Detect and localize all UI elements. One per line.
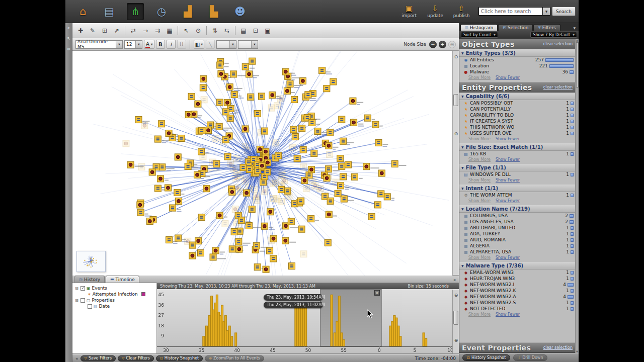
tree-row[interactable]: ✶Attempted Infection bbox=[72, 291, 156, 297]
tree-checkbox[interactable]: ✓ bbox=[80, 286, 85, 291]
show-more-link[interactable]: Show More bbox=[468, 199, 491, 203]
show-more-link[interactable]: Show More bbox=[468, 157, 491, 162]
collapse-triangle-icon[interactable]: ▼ bbox=[461, 264, 464, 267]
swap-vertical-icon[interactable]: ⇅ bbox=[209, 25, 220, 36]
histogram-item[interactable]: ◆NET-WORM.WIN32.S1 bbox=[459, 300, 575, 306]
show-fewer-link[interactable]: Show Fewer bbox=[496, 157, 520, 162]
add-label-icon[interactable]: ✎ bbox=[87, 25, 98, 36]
section-malware-type-7-36[interactable]: ▼Malware Type (7/36) bbox=[459, 262, 575, 269]
histogram-item[interactable]: ⚙THE WORM ATTEM1 bbox=[459, 192, 575, 198]
show-fewer-link[interactable]: Show Fewer bbox=[496, 255, 520, 260]
histogram-item[interactable]: ★CAPABILITY TO BLO1 bbox=[459, 112, 575, 118]
scroll-down-icon[interactable]: ▼ bbox=[576, 350, 578, 353]
export-image-icon[interactable]: ▣ bbox=[262, 25, 273, 36]
overview-minimap[interactable] bbox=[76, 251, 106, 272]
font-color-button[interactable]: A▼ bbox=[144, 40, 154, 49]
clear-selection-link[interactable]: clear selection bbox=[543, 42, 573, 46]
update-button[interactable]: ⇩update bbox=[424, 5, 446, 18]
tree-row[interactable]: ⊟▢Properties bbox=[72, 297, 156, 303]
section-file-size-exact-match-1-1[interactable]: ▼File Size: Exact Match (1/1) bbox=[459, 143, 575, 151]
save-filters-button[interactable]: ▽Save Filters bbox=[80, 355, 116, 361]
histogram-item[interactable]: ▤WINDOWS PE DLL1 bbox=[459, 171, 575, 177]
pin-node-icon[interactable]: ⊙ bbox=[193, 25, 204, 36]
fill-color-button[interactable]: ◧▼ bbox=[194, 40, 204, 49]
histogram-item[interactable]: ★CAN POSSIBLY OBT1 bbox=[459, 100, 575, 106]
canvas-zoom-scrollbar[interactable]: ⊖ ⊕ bbox=[452, 51, 459, 275]
section-capability-6-6[interactable]: ▼Capability (6/6) bbox=[459, 93, 575, 100]
tree-expander-icon[interactable]: ⊟ bbox=[74, 298, 79, 303]
collapse-triangle-icon[interactable]: ▼ bbox=[461, 166, 464, 169]
section-entity-types-3-3[interactable]: ▼Entity Types (3/3) bbox=[459, 49, 575, 57]
collapse-triangle-icon[interactable]: ▼ bbox=[461, 51, 464, 55]
collapse-triangle-icon[interactable]: ▼ bbox=[461, 207, 464, 211]
snapshot-camera-icon[interactable]: ⊡ bbox=[250, 25, 261, 36]
histogram-item[interactable]: ▦AIUD, ROMANIA1 bbox=[459, 237, 575, 243]
clear-filters-button[interactable]: ▽Clear Filters bbox=[118, 355, 154, 361]
show-fewer-link[interactable]: Show Fewer bbox=[496, 178, 520, 183]
clear-selection-link[interactable]: clear selection bbox=[543, 345, 573, 350]
graph-icon[interactable]: ⋔ bbox=[127, 3, 144, 20]
tab-histogram[interactable]: ▥Histogram bbox=[460, 24, 498, 31]
show-more-link[interactable]: Show More bbox=[468, 312, 491, 317]
clear-selection-link[interactable]: clear selection bbox=[543, 85, 573, 89]
history-snapshot-button[interactable]: ⊡History Snapshot bbox=[462, 354, 510, 361]
histogram-item[interactable]: ▦COLUMBUS, USA2 bbox=[459, 213, 575, 219]
section-intent-1-1[interactable]: ▼Intent (1/1) bbox=[459, 185, 575, 192]
histogram-item[interactable]: ★IT CREATES A SYST1 bbox=[459, 118, 575, 124]
histogram-item[interactable]: ▦ALPHARETTA, USA1 bbox=[459, 249, 575, 255]
underline-button[interactable]: U bbox=[177, 40, 186, 49]
clear-time-selection-button[interactable]: ✕ bbox=[374, 290, 380, 296]
collapse-triangle-icon[interactable]: ▼ bbox=[461, 95, 464, 98]
swap-horizontal-icon[interactable]: ⇆ bbox=[221, 25, 232, 36]
tree-row[interactable]: ⊟✓▣Events bbox=[72, 285, 156, 291]
histogram-item[interactable]: ◆HEUR:TROJAN.WIN31 bbox=[459, 276, 575, 282]
tree-checkbox[interactable] bbox=[88, 304, 92, 309]
browser-chart-icon[interactable]: ▙ bbox=[205, 3, 222, 20]
sort-by-select[interactable]: Sort by Count▼ bbox=[461, 32, 498, 38]
bold-button[interactable]: B bbox=[156, 40, 165, 49]
collapse-bottom-panel-icon[interactable]: » bbox=[452, 279, 457, 282]
histogram-item[interactable]: ◆NET-WORM.WIN32.I4 bbox=[459, 282, 575, 288]
panel-menu-button[interactable]: ▼ bbox=[571, 26, 578, 31]
add-entity-from-template-icon[interactable]: ⊞ bbox=[99, 25, 110, 36]
tab-history[interactable]: ◷History bbox=[74, 276, 105, 283]
collapse-statusbar-icon[interactable]: « bbox=[75, 356, 78, 361]
panel-scrollbar-handle[interactable] bbox=[576, 42, 579, 87]
section-file-type-1-1[interactable]: ▼File Type (1/1) bbox=[459, 164, 575, 171]
show-more-link[interactable]: Show More bbox=[468, 255, 491, 260]
node-size-decrease-button[interactable]: − bbox=[429, 41, 437, 48]
histogram-item[interactable]: ◉All Entities257 bbox=[459, 57, 575, 63]
panel-scrollbar[interactable]: ▲ ▼ bbox=[575, 39, 579, 353]
import-button[interactable]: ▣import bbox=[398, 5, 420, 18]
histogram-item[interactable]: ▦ABU DHABI, UNITED1 bbox=[459, 225, 575, 231]
report-view-icon[interactable]: ▤ bbox=[238, 25, 249, 36]
select-tool-icon[interactable]: ↖ bbox=[181, 25, 192, 36]
add-entity-icon[interactable]: ✚ bbox=[75, 25, 86, 36]
tab-timeline[interactable]: ▬Timeline bbox=[106, 276, 139, 283]
node-size-increase-button[interactable]: + bbox=[439, 41, 446, 48]
italic-button[interactable]: I bbox=[167, 40, 176, 49]
show-more-link[interactable]: Show More bbox=[468, 137, 491, 141]
clock-map-icon[interactable]: ◷ bbox=[153, 3, 170, 20]
zoom-tool-icon[interactable]: ⊕ bbox=[67, 47, 70, 51]
collapse-triangle-icon[interactable]: ▼ bbox=[461, 187, 464, 190]
tree-checkbox[interactable] bbox=[80, 298, 85, 303]
tab-filters[interactable]: ▼Filters bbox=[533, 24, 560, 31]
timeline-zoom-scrollbar[interactable]: ⊖ ⊕ bbox=[452, 290, 459, 353]
show-more-link[interactable]: Show More bbox=[468, 178, 491, 183]
histogram-item[interactable]: ▦Location221 bbox=[459, 63, 575, 69]
histogram-item[interactable]: ★USES SUFFER OVE1 bbox=[459, 130, 575, 136]
history-snapshot-button[interactable]: ⊡History Snapshot bbox=[156, 355, 203, 361]
add-link-icon[interactable]: ⇄ bbox=[128, 25, 139, 36]
font-family-select[interactable]: Arial Unicode MS▼ bbox=[75, 40, 123, 49]
search-input[interactable] bbox=[478, 7, 543, 16]
search-dropdown-button[interactable]: ▼ bbox=[543, 7, 550, 16]
tab-selection[interactable]: ◩Selection bbox=[498, 24, 533, 31]
histogram-item[interactable]: ▦ADA, TURKEY1 bbox=[459, 231, 575, 237]
timeline-plot[interactable]: ✕ Thu 23, May, 2013, 10:54AM Thu 23, May… bbox=[157, 289, 459, 353]
graph-canvas-area[interactable]: ⊖ ⊕ bbox=[72, 51, 459, 276]
drill-down-button[interactable]: ⇩Drill Down bbox=[513, 354, 547, 361]
zoom-slider-handle[interactable] bbox=[453, 94, 458, 106]
collapse-triangle-icon[interactable]: ▼ bbox=[461, 145, 464, 149]
histogram-item[interactable]: ★CAN POTENTIALLY1 bbox=[459, 106, 575, 112]
